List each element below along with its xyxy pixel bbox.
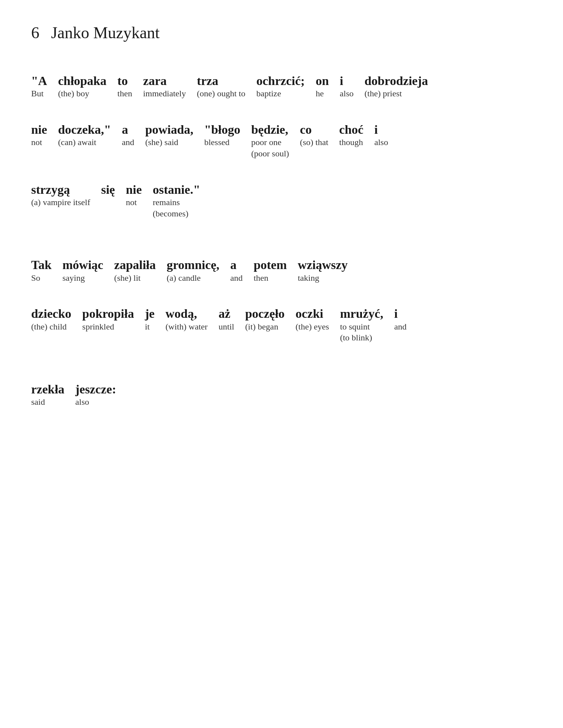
translation-word: also [374, 137, 388, 148]
translation-word: (with) water [166, 321, 208, 333]
word-group: "błogoblessed [204, 122, 240, 148]
polish-word: poczęło [245, 306, 284, 321]
polish-word: potem [254, 257, 287, 272]
polish-word: powiada, [145, 122, 194, 137]
word-group: pokropiłasprinkled [82, 306, 134, 332]
translation-word: then [117, 88, 132, 99]
word-group: ostanie."remains (becomes) [153, 182, 200, 220]
translation-word: taking [298, 273, 319, 284]
translation-word: he [316, 88, 324, 99]
translation-word: (can) await [58, 137, 96, 148]
translation-word: (it) began [245, 321, 278, 333]
polish-word: i [394, 306, 398, 321]
word-group: chłopaka(the) boy [58, 73, 106, 99]
polish-word: chłopaka [58, 73, 106, 88]
translation-word: and [394, 321, 407, 333]
word-group: rzekłasaid [31, 382, 64, 408]
translation-word: (she) said [145, 137, 178, 148]
polish-word: rzekła [31, 382, 64, 397]
polish-word: mówiąc [62, 257, 103, 272]
translation-word: But [31, 88, 44, 99]
polish-word: "A [31, 73, 47, 88]
word-line: "AButchłopaka(the) boytothenzaraimmediat… [31, 73, 532, 103]
translation-word: to squint (to blink) [340, 321, 372, 344]
word-line: rzekłasaidjeszcze:also [31, 382, 532, 411]
polish-word: nie [31, 122, 47, 137]
text-block-block6: rzekłasaidjeszcze:also [31, 382, 532, 411]
translation-word: not [31, 137, 42, 148]
word-group: wziąwszytaking [298, 257, 348, 283]
word-group: powiada,(she) said [145, 122, 194, 148]
text-block-block4: TakSomówiącsayingzapaliła(she) litgromni… [31, 257, 532, 287]
translation-word: saying [62, 273, 85, 284]
polish-word: ochrzcić; [256, 73, 305, 88]
word-group: oczki(the) eyes [296, 306, 329, 332]
translation-word: and [122, 137, 134, 148]
word-line: TakSomówiącsayingzapaliła(she) litgromni… [31, 257, 532, 287]
translation-word: (the) boy [58, 88, 89, 99]
polish-word: on [316, 73, 329, 88]
polish-word: to [117, 73, 128, 88]
translation-word: said [31, 397, 45, 408]
translation-word: immediately [143, 88, 186, 99]
polish-word: co [300, 122, 312, 137]
polish-word: zara [143, 73, 166, 88]
text-block-block5: dziecko(the) childpokropiłasprinkledjeit… [31, 306, 532, 347]
polish-word: nie [126, 182, 142, 197]
polish-word: jeszcze: [75, 382, 116, 397]
word-group: onhe [316, 73, 329, 99]
translation-word: baptize [256, 88, 281, 99]
word-group: ialso [374, 122, 388, 148]
word-group: aand [122, 122, 134, 148]
translation-word: blessed [204, 137, 229, 148]
word-group: potemthen [254, 257, 287, 283]
word-group: dziecko(the) child [31, 306, 71, 332]
word-group: tothen [117, 73, 132, 99]
word-group: doczeka,"(can) await [58, 122, 111, 148]
word-group: dobrodzieja(the) priest [364, 73, 428, 99]
page-container: 6 Janko Muzykant "AButchłopaka(the) boyt… [31, 23, 532, 411]
translation-word: (a) vampire itself [31, 197, 90, 208]
word-line: strzygą(a) vampire itselfsięnienotostani… [31, 182, 532, 223]
page-header: 6 Janko Muzykant [31, 23, 532, 42]
text-block-block1: "AButchłopaka(the) boytothenzaraimmediat… [31, 73, 532, 103]
word-group: choćthough [339, 122, 364, 148]
polish-word: pokropiła [82, 306, 134, 321]
translation-word: poor one (poor soul) [251, 137, 289, 159]
polish-word: "błogo [204, 122, 240, 137]
polish-word: ostanie." [153, 182, 200, 197]
translation-word: not [126, 197, 137, 208]
translation-word: (a) candle [167, 273, 201, 284]
polish-word: aż [219, 306, 230, 321]
translation-word: (so) that [300, 137, 328, 148]
polish-word: mrużyć, [340, 306, 383, 321]
word-group: TakSo [31, 257, 51, 283]
translation-word: and [230, 273, 243, 284]
translation-word: (the) priest [364, 88, 402, 99]
polish-word: a [122, 122, 128, 137]
translation-word: remains (becomes) [153, 197, 189, 219]
translation-word: (she) lit [114, 273, 141, 284]
polish-word: doczeka," [58, 122, 111, 137]
content-area: "AButchłopaka(the) boytothenzaraimmediat… [31, 66, 532, 411]
word-group: aand [230, 257, 243, 283]
word-line: dziecko(the) childpokropiłasprinkledjeit… [31, 306, 532, 347]
word-group: poczęło(it) began [245, 306, 284, 332]
translation-word: sprinkled [82, 321, 114, 333]
polish-word: je [145, 306, 155, 321]
polish-word: wziąwszy [298, 257, 348, 272]
polish-word: dobrodzieja [364, 73, 428, 88]
polish-word: zapaliła [114, 257, 156, 272]
polish-word: i [374, 122, 378, 137]
polish-word: a [230, 257, 236, 272]
word-group: ialso [340, 73, 353, 99]
page-number: 6 [31, 23, 39, 42]
word-group: mówiącsaying [62, 257, 103, 283]
translation-word: So [31, 273, 40, 284]
word-group: iand [394, 306, 407, 332]
polish-word: Tak [31, 257, 51, 272]
polish-word: oczki [296, 306, 323, 321]
word-group: będzie,poor one (poor soul) [251, 122, 289, 159]
section-gap [31, 366, 532, 382]
word-group: "ABut [31, 73, 47, 99]
